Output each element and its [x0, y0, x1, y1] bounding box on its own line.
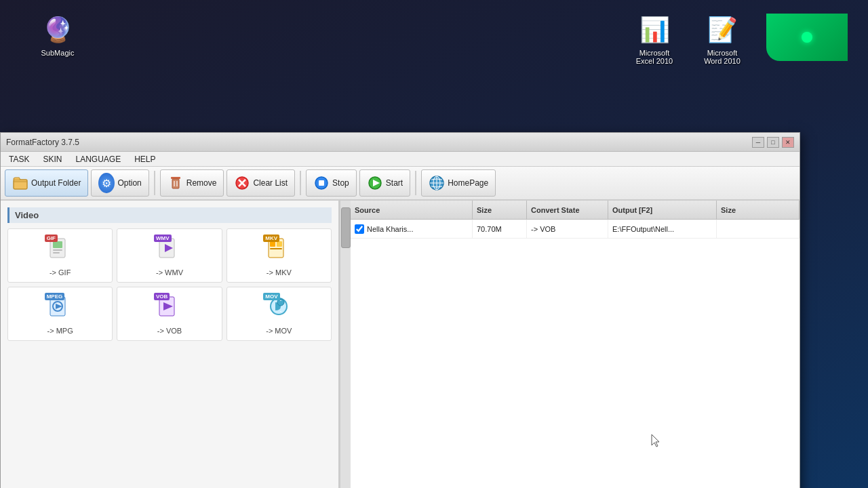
row-checkbox[interactable]	[355, 224, 364, 234]
cell-size: 70.70M	[473, 220, 527, 238]
svg-rect-25	[270, 248, 282, 249]
menu-help[interactable]: HELP	[129, 153, 161, 165]
col-header-source: Source	[351, 201, 473, 219]
toolbar-sep-1	[154, 171, 155, 195]
stop-label: Stop	[332, 178, 349, 188]
start-button[interactable]: Start	[359, 169, 410, 197]
close-button[interactable]: ✕	[782, 137, 794, 148]
toolbar-sep-3	[415, 171, 416, 195]
option-label: Option	[117, 178, 141, 188]
cell-output: E:\FFOutput\Nell...	[608, 220, 717, 238]
vob-icon: VOB	[154, 293, 185, 324]
title-bar: FormatFactory 3.7.5 ─ □ ✕	[1, 133, 800, 152]
mov-label: -> MOV	[266, 327, 292, 335]
excel-label: Microsoft Excel 2010	[636, 49, 673, 65]
svg-rect-17	[53, 241, 62, 248]
word-label: Microsoft Word 2010	[704, 49, 741, 65]
window-controls: ─ □ ✕	[752, 137, 794, 148]
desktop-icon-submagic[interactable]: 🔮 SubMagic	[34, 14, 81, 57]
svg-rect-0	[14, 180, 27, 189]
mov-icon: MOV	[263, 293, 294, 324]
cell-osize	[717, 220, 800, 238]
source-filename: Nella Kharis...	[367, 225, 413, 233]
cell-convert: -> VOB	[527, 220, 608, 238]
toolbar-sep-2	[300, 171, 301, 195]
homepage-icon	[429, 175, 445, 191]
format-grid: GIF -> GIF WMV	[7, 228, 332, 341]
sidebar-scroll-thumb[interactable]	[341, 207, 351, 248]
format-wmv[interactable]: WMV -> WMV	[117, 228, 222, 283]
start-icon	[367, 175, 383, 191]
menu-task[interactable]: TASK	[3, 153, 35, 165]
file-list: Nella Kharis... 70.70M -> VOB E:\FFOutpu…	[351, 220, 800, 488]
clear-list-icon	[234, 175, 250, 191]
mpg-icon: MPEG	[45, 293, 76, 324]
format-gif[interactable]: GIF -> GIF	[7, 228, 113, 283]
toolbar: Output Folder ⚙ Option Rem	[1, 167, 800, 201]
cell-source: Nella Kharis...	[351, 220, 473, 238]
mkv-label: -> MKV	[267, 268, 292, 277]
menu-bar: TASK SKIN LANGUAGE HELP	[1, 152, 800, 167]
svg-rect-19	[53, 252, 60, 253]
table-row[interactable]: Nella Kharis... 70.70M -> VOB E:\FFOutpu…	[351, 220, 800, 239]
format-mpg[interactable]: MPEG -> MPG	[7, 287, 113, 341]
stop-button[interactable]: Stop	[306, 169, 357, 197]
svg-rect-2	[172, 179, 179, 188]
desktop-icon-word[interactable]: 📝 Microsoft Word 2010	[698, 14, 746, 65]
col-header-size: Size	[473, 201, 527, 219]
submagic-icon: 🔮	[41, 14, 74, 46]
desktop: 🔮 SubMagic 📊 Microsoft Excel 2010 📝 Micr…	[0, 0, 868, 488]
file-list-header: Source Size Convert State Output [F2] Si…	[351, 201, 800, 220]
left-sidebar: Video GIF -> GIF	[1, 201, 340, 488]
output-folder-icon	[12, 175, 28, 191]
format-mkv[interactable]: MKV -> MKV	[226, 228, 332, 283]
main-content: Video GIF -> GIF	[1, 201, 800, 488]
desktop-icon-excel[interactable]: 📊 Microsoft Excel 2010	[631, 14, 678, 65]
svg-rect-23	[270, 241, 275, 247]
start-label: Start	[386, 178, 403, 188]
option-button[interactable]: ⚙ Option	[91, 169, 149, 197]
sidebar-section-video: Video	[7, 207, 332, 223]
homepage-button[interactable]: HomePage	[421, 169, 496, 197]
remove-label: Remove	[186, 178, 217, 188]
format-mov[interactable]: MOV -> MOV	[226, 287, 332, 341]
word-icon: 📝	[706, 14, 738, 46]
sidebar-scrollbar[interactable]	[340, 201, 351, 488]
clear-list-label: Clear List	[253, 178, 288, 188]
svg-rect-24	[277, 241, 282, 247]
gif-icon: GIF	[45, 235, 76, 266]
menu-skin[interactable]: SKIN	[37, 153, 67, 165]
remove-button[interactable]: Remove	[160, 169, 224, 197]
top-right-widget	[766, 14, 848, 61]
window-title: FormatFactory 3.7.5	[6, 138, 79, 147]
formatfactory-window: FormatFactory 3.7.5 ─ □ ✕ TASK SKIN LANG…	[0, 132, 800, 488]
output-folder-button[interactable]: Output Folder	[5, 169, 88, 197]
clear-list-button[interactable]: Clear List	[226, 169, 295, 197]
col-header-output: Output [F2]	[608, 201, 717, 219]
stop-icon	[313, 175, 330, 191]
vob-label: -> VOB	[157, 327, 182, 335]
remove-icon	[167, 175, 184, 191]
desktop-icons-area: 🔮 SubMagic 📊 Microsoft Excel 2010 📝 Micr…	[0, 7, 868, 72]
wmv-icon: WMV	[154, 235, 185, 266]
right-panel: Source Size Convert State Output [F2] Si…	[351, 201, 800, 488]
option-icon: ⚙	[98, 175, 115, 191]
mkv-icon: MKV	[263, 235, 294, 266]
mpg-label: -> MPG	[47, 327, 73, 335]
format-vob[interactable]: VOB -> VOB	[117, 287, 222, 341]
excel-icon: 📊	[638, 14, 671, 46]
col-header-convert: Convert State	[527, 201, 608, 219]
col-header-osize: Size	[717, 201, 800, 219]
homepage-label: HomePage	[448, 178, 488, 188]
svg-rect-18	[53, 249, 62, 251]
menu-language[interactable]: LANGUAGE	[70, 153, 126, 165]
svg-rect-9	[319, 180, 324, 186]
output-folder-label: Output Folder	[31, 178, 81, 188]
gif-label: -> GIF	[50, 268, 71, 277]
wmv-label: -> WMV	[156, 268, 183, 277]
minimize-button[interactable]: ─	[752, 137, 764, 148]
maximize-button[interactable]: □	[767, 137, 779, 148]
submagic-label: SubMagic	[41, 49, 75, 57]
